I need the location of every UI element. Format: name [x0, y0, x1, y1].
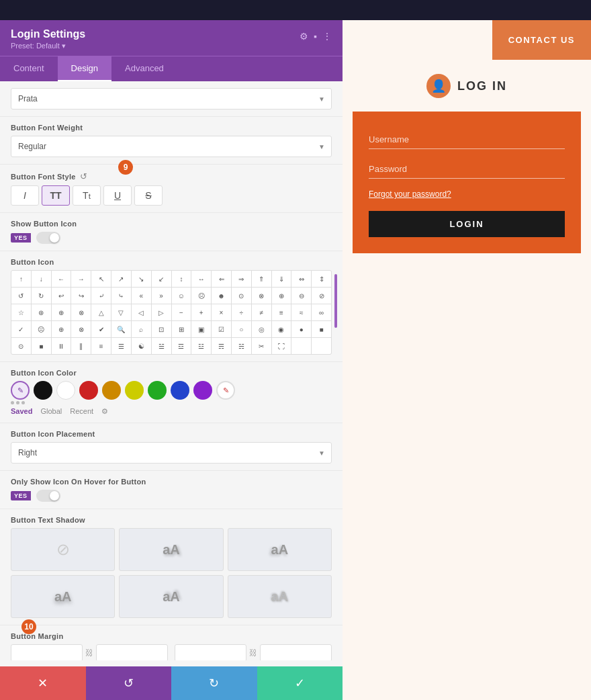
icon-cell[interactable]: ← [52, 271, 71, 287]
icon-cell[interactable]: ☺ [172, 288, 191, 304]
icon-cell[interactable]: ≡ [272, 304, 291, 320]
icon-placement-select[interactable]: Right [11, 442, 332, 464]
icon-cell[interactable]: ↩ [52, 288, 71, 304]
icon-cell[interactable]: ⊕ [272, 288, 291, 304]
icon-cell[interactable]: ↻ [32, 288, 51, 304]
login-button[interactable]: LOGIN [369, 211, 565, 237]
contact-us-button[interactable]: CONTACT US [492, 20, 591, 60]
icon-cell[interactable]: » [152, 288, 171, 304]
color-eyedropper-btn[interactable]: ✎ [216, 381, 235, 400]
margin-right-input[interactable] [260, 644, 332, 660]
icon-cell[interactable]: ↔ [191, 271, 211, 287]
toggle-track[interactable] [36, 232, 60, 244]
icon-cell[interactable]: ⇑ [252, 271, 271, 287]
icon-cell[interactable]: ↓ [32, 271, 51, 287]
font-style-reset-icon[interactable]: ↺ [80, 171, 87, 181]
icon-cell[interactable]: ☳ [191, 338, 211, 354]
icon-cell[interactable]: ≡ [91, 338, 111, 354]
icon-cell[interactable]: − [172, 304, 191, 320]
strikethrough-btn[interactable]: S [134, 185, 163, 206]
icon-cell[interactable]: ☆ [11, 304, 31, 320]
icon-cell[interactable]: ⇐ [212, 271, 231, 287]
icon-cell[interactable]: ↙ [152, 271, 171, 287]
color-picker-btn[interactable]: ✎ [11, 381, 30, 400]
color-tab-saved[interactable]: Saved [11, 407, 32, 416]
icon-cell[interactable]: ☵ [232, 338, 251, 354]
icon-cell[interactable]: ⊕ [52, 304, 71, 320]
shadow-1[interactable]: aA [119, 528, 223, 571]
icon-cell[interactable]: ☹ [191, 288, 211, 304]
show-icon-toggle[interactable]: YES [11, 232, 332, 244]
icon-cell[interactable]: ↘ [132, 271, 151, 287]
panel-preset[interactable]: Preset: Default ▾ [11, 42, 85, 50]
icon-cell[interactable]: ↖ [91, 271, 111, 287]
icon-cell[interactable]: ▽ [111, 304, 131, 320]
icon-cell[interactable]: ◉ [272, 321, 291, 337]
icon-cell[interactable]: ⤷ [111, 288, 131, 304]
color-swatch-black[interactable] [34, 381, 52, 400]
icon-cell[interactable]: ☲ [172, 338, 191, 354]
margin-top-input[interactable] [11, 644, 83, 660]
hover-toggle-track[interactable] [36, 490, 60, 502]
icon-cell[interactable]: ⇕ [312, 271, 331, 287]
icon-cell[interactable]: ☻ [212, 288, 231, 304]
tab-design[interactable]: Design [58, 56, 111, 81]
shadow-5[interactable]: aA [228, 575, 332, 618]
icon-cell[interactable]: ↺ [11, 288, 31, 304]
icon-cell[interactable]: ● [291, 321, 311, 337]
icon-cell[interactable]: ⇔ [291, 271, 311, 287]
italic-btn[interactable]: I [11, 185, 39, 206]
icon-cell[interactable]: ■ [312, 321, 331, 337]
icon-cell[interactable]: × [212, 304, 231, 320]
icon-cell[interactable]: ⊗ [71, 321, 91, 337]
icon-cell[interactable]: ◎ [252, 321, 271, 337]
icon-cell[interactable]: ↪ [71, 288, 91, 304]
color-tab-recent[interactable]: Recent [70, 407, 93, 416]
icon-cell[interactable]: ✂ [252, 338, 271, 354]
icon-cell[interactable] [312, 338, 331, 354]
icon-cell[interactable]: △ [91, 304, 111, 320]
icon-cell[interactable]: « [132, 288, 151, 304]
icon-cell[interactable]: ⊗ [71, 304, 91, 320]
icon-cell[interactable]: ✓ [11, 321, 31, 337]
icon-cell[interactable]: ⊗ [252, 288, 271, 304]
color-swatch-blue[interactable] [171, 381, 189, 400]
icon-cell[interactable]: → [71, 271, 91, 287]
color-tab-global[interactable]: Global [40, 407, 62, 416]
icon-cell[interactable]: ■ [32, 338, 51, 354]
icon-cell[interactable]: ▷ [152, 304, 171, 320]
forgot-password-link[interactable]: Forgot your password? [369, 189, 565, 199]
icon-cell[interactable]: ↑ [11, 271, 31, 287]
icon-cell[interactable]: ↕ [172, 271, 191, 287]
title-btn[interactable]: Tt [73, 185, 101, 206]
margin-bottom-input[interactable] [96, 644, 168, 660]
redo-button[interactable]: ↻ [171, 666, 257, 700]
icon-cell[interactable]: ⛶ [272, 338, 291, 354]
icon-cell[interactable]: ⌕ [132, 321, 151, 337]
icon-cell[interactable]: 🔍 [111, 321, 131, 337]
color-settings-icon[interactable]: ⚙ [101, 407, 108, 416]
icon-cell[interactable]: + [191, 304, 211, 320]
font-family-select[interactable]: Prata [11, 88, 332, 110]
icon-cell[interactable]: ⊙ [232, 288, 251, 304]
icon-cell[interactable]: ⏸ [52, 338, 71, 354]
shadow-none[interactable]: ⊘ [11, 528, 115, 571]
icon-cell[interactable]: ⊖ [291, 288, 311, 304]
icon-cell[interactable]: ≠ [252, 304, 271, 320]
username-input[interactable] [369, 130, 565, 149]
icon-cell[interactable]: ‖ [71, 338, 91, 354]
icon-cell[interactable]: ⊙ [11, 338, 31, 354]
icon-cell[interactable]: ☰ [111, 338, 131, 354]
icon-cell[interactable]: ⊕ [52, 321, 71, 337]
icon-cell[interactable]: ⊡ [152, 321, 171, 337]
icon-cell[interactable]: ⊘ [312, 288, 331, 304]
icon-cell[interactable]: ⇒ [232, 271, 251, 287]
icon-cell[interactable] [291, 338, 311, 354]
settings-icon[interactable]: ⚙ [300, 31, 308, 42]
icon-cell[interactable]: ☑ [212, 321, 231, 337]
icon-cell[interactable]: ∞ [312, 304, 331, 320]
icon-cell[interactable]: ☹ [32, 321, 51, 337]
color-swatch-white[interactable] [56, 381, 75, 400]
cancel-button[interactable]: ✕ [0, 666, 86, 700]
underline-btn[interactable]: U [103, 185, 132, 206]
